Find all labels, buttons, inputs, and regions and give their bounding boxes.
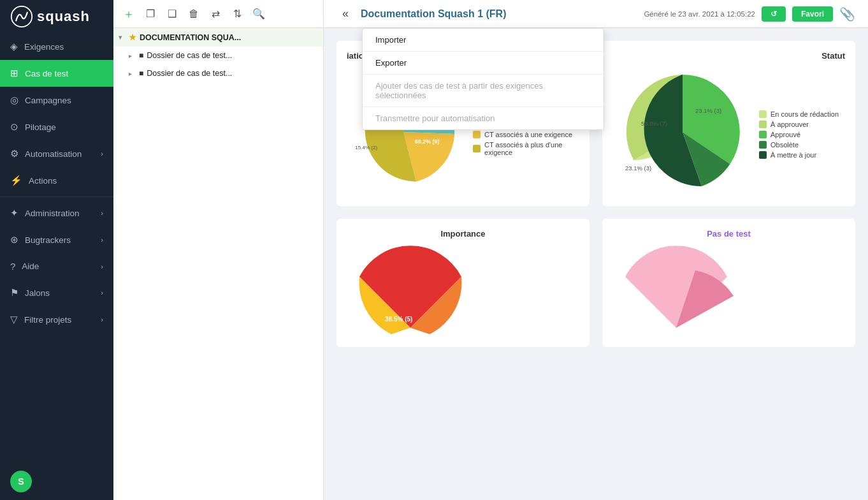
- chevron-right-icon: ›: [101, 316, 103, 323]
- copy-button[interactable]: ❐: [141, 5, 159, 23]
- statut-legend-label-2: À approuver: [770, 121, 809, 128]
- dropdown-item-importer[interactable]: Importer: [363, 29, 604, 51]
- sidebar-navigation: ◈ Exigences ⊞ Cas de test ◎ Campagnes ⊙ …: [0, 33, 113, 463]
- sidebar-logo: squash: [0, 0, 113, 33]
- toolbar: ＋ ❐ ❑ 🗑 ⇄ ⇅ 🔍: [113, 0, 323, 28]
- importance-pie-chart: 38.5% (5): [347, 245, 474, 334]
- add-button[interactable]: ＋: [120, 5, 138, 23]
- add-from-exig-label: Ajouter des cas de test à partir des exi…: [375, 81, 543, 100]
- tree-panel: ＋ ❐ ❑ 🗑 ⇄ ⇅ 🔍 ▾ ★ DOCUMENTATION SQUA... …: [113, 0, 324, 500]
- sidebar-item-cas-de-test[interactable]: ⊞ Cas de test: [0, 60, 113, 87]
- generated-date: Généré le 23 avr. 2021 à 12:05:22: [644, 10, 755, 18]
- dropdown-menu: Importer Exporter Ajouter des cas de tes…: [362, 28, 604, 130]
- transfer-button[interactable]: ⇄: [206, 5, 224, 23]
- transmettre-label: Transmettre pour automatisation: [375, 114, 495, 123]
- importance-chart-card: Importance 38.5% (5): [336, 219, 590, 347]
- paste-button[interactable]: ❑: [163, 5, 181, 23]
- legend-label-2: CT associés à une exigence: [484, 131, 572, 138]
- statut-chart-title: Statut: [612, 51, 845, 61]
- statut-legend-label-4: Obsolète: [770, 141, 799, 149]
- sidebar-item-label: Aide: [22, 261, 39, 271]
- page-title: Documentation Squash 1 (FR): [361, 8, 637, 20]
- pas-de-test-chart-title: Pas de test: [612, 229, 845, 239]
- aide-icon: ?: [10, 261, 15, 272]
- svg-text:53.8% (7): 53.8% (7): [641, 120, 667, 127]
- dropdown-item-exporter[interactable]: Exporter: [363, 52, 604, 74]
- legend-color-2: [473, 131, 481, 138]
- legend-label-3: CT associés à plus d'une exigence: [484, 141, 579, 156]
- tree-folder-item-1[interactable]: ▸ ■ Dossier de cas de test...: [113, 47, 323, 64]
- sidebar-item-bugtrackers[interactable]: ⊛ Bugtrackers ›: [0, 226, 113, 253]
- pilotage-icon: ⊙: [10, 121, 18, 133]
- sidebar-item-administration[interactable]: ✦ Administration ›: [0, 200, 113, 226]
- statut-legend-item-2: À approuver: [759, 121, 839, 128]
- sidebar-item-actions[interactable]: ⚡ Actions: [0, 167, 113, 194]
- tree-folder-label-1: Dossier de cas de test...: [147, 51, 232, 60]
- jalons-icon: ⚑: [10, 287, 18, 298]
- statut-legend-label-3: Approuvé: [770, 131, 800, 138]
- sidebar-item-exigences[interactable]: ◈ Exigences: [0, 33, 113, 60]
- user-avatar[interactable]: S: [10, 471, 32, 492]
- nav-divider: [0, 196, 113, 197]
- sidebar-item-label: Bugtrackers: [25, 235, 71, 245]
- main-content: ＋ ❐ ❑ 🗑 ⇄ ⇅ 🔍 ▾ ★ DOCUMENTATION SQUA... …: [113, 0, 868, 500]
- tree-root-item[interactable]: ▾ ★ DOCUMENTATION SQUA...: [113, 28, 323, 47]
- sidebar-item-pilotage[interactable]: ⊙ Pilotage: [0, 114, 113, 140]
- statut-legend-color-4: [759, 141, 767, 149]
- sidebar-bottom: S: [0, 463, 113, 500]
- sort-button[interactable]: ⇅: [228, 5, 246, 23]
- sidebar-item-automatisation[interactable]: ⚙ Automatisation ›: [0, 140, 113, 167]
- search-button[interactable]: 🔍: [250, 5, 268, 23]
- actions-icon: ⚡: [10, 175, 22, 186]
- statut-legend-color-1: [759, 110, 767, 118]
- campagnes-icon: ◎: [10, 94, 18, 106]
- legend-color-3: [473, 145, 481, 152]
- statut-legend-item-3: Approuvé: [759, 131, 839, 138]
- sidebar-item-label: Filtre projets: [24, 315, 71, 325]
- sidebar-item-label: Exigences: [24, 42, 64, 52]
- charts-row-2: Importance 38.5% (5) Pas de test: [336, 219, 855, 347]
- refresh-button[interactable]: ↺: [762, 6, 786, 22]
- logo-text: squash: [37, 8, 90, 25]
- tree-content: ▾ ★ DOCUMENTATION SQUA... ▸ ■ Dossier de…: [113, 28, 323, 500]
- tree-folder-label-2: Dossier de cas de test...: [147, 69, 232, 78]
- sidebar-item-label: Pilotage: [25, 122, 56, 132]
- administration-icon: ✦: [10, 207, 18, 219]
- sidebar-item-label: Campagnes: [25, 96, 71, 105]
- svg-text:38.5% (5): 38.5% (5): [385, 316, 412, 323]
- chevron-right-icon: ›: [101, 209, 103, 217]
- pas-de-test-chart-card: Pas de test: [602, 219, 855, 347]
- importance-chart-title: Importance: [347, 229, 579, 239]
- sidebar-item-label: Administration: [25, 209, 80, 218]
- tree-folder-item-2[interactable]: ▸ ■ Dossier de cas de test...: [113, 64, 323, 82]
- exporter-label: Exporter: [375, 58, 407, 68]
- filtre-icon: ▽: [10, 314, 18, 325]
- statut-legend-color-3: [759, 131, 767, 138]
- sidebar-item-aide[interactable]: ? Aide ›: [0, 253, 113, 279]
- svg-text:23.1% (3): 23.1% (3): [625, 165, 651, 172]
- delete-button[interactable]: 🗑: [185, 5, 203, 23]
- statut-chart-card: Statut: [602, 41, 855, 206]
- cas-de-test-icon: ⊞: [10, 68, 18, 79]
- sidebar-item-campagnes[interactable]: ◎ Campagnes: [0, 87, 113, 114]
- statut-legend-item-1: En cours de rédaction: [759, 110, 839, 118]
- statut-legend-color-5: [759, 151, 767, 159]
- statut-legend-item-5: À mettre à jour: [759, 151, 839, 159]
- bugtrackers-icon: ⊛: [10, 234, 18, 246]
- pas-de-test-chart: [612, 245, 740, 334]
- chevron-right-icon: ›: [101, 150, 103, 158]
- statut-legend-item-4: Obsolète: [759, 141, 839, 149]
- sidebar-item-filtre-projets[interactable]: ▽ Filtre projets ›: [0, 306, 113, 333]
- exigences-icon: ◈: [10, 41, 18, 52]
- sidebar-item-label: Actions: [29, 176, 57, 186]
- legend-item-2: CT associés à une exigence: [473, 131, 579, 138]
- expand-icon: ▾: [119, 34, 127, 41]
- dropdown-item-transmettre: Transmettre pour automatisation: [363, 107, 604, 129]
- sidebar-item-label: Automatisation: [25, 149, 82, 159]
- sidebar-item-jalons[interactable]: ⚑ Jalons ›: [0, 279, 113, 306]
- favori-button[interactable]: Favori: [792, 6, 833, 22]
- squash-logo-icon: [10, 5, 33, 28]
- legend-item-3: CT associés à plus d'une exigence: [473, 141, 579, 156]
- collapse-panel-button[interactable]: «: [336, 5, 354, 23]
- attachment-icon: 📎: [839, 6, 855, 22]
